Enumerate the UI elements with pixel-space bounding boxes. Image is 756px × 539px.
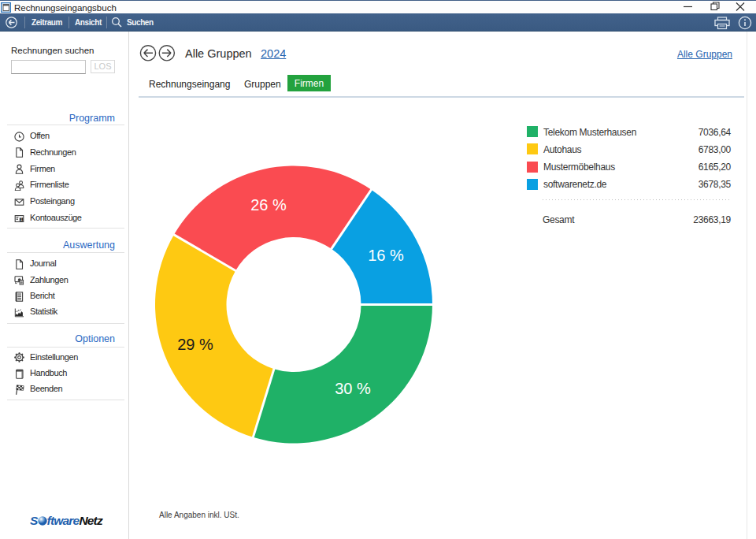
svg-text:16 %: 16 % [368, 247, 404, 264]
svg-text:30 %: 30 % [335, 380, 371, 397]
svg-text:29 %: 29 % [177, 336, 213, 353]
svg-text:26 %: 26 % [250, 196, 287, 214]
